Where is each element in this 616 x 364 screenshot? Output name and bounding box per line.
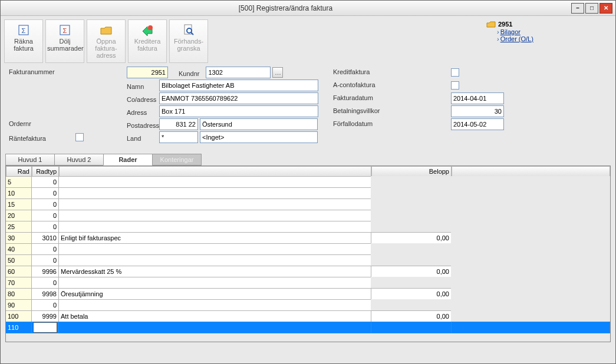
col-header-belopp[interactable]: Belopp — [371, 166, 452, 177]
betalningsvillkor-input[interactable] — [451, 105, 504, 117]
cell-belopp[interactable]: 0,00 — [371, 232, 452, 244]
close-button[interactable]: ✕ — [599, 3, 612, 14]
nav-link-bilagor[interactable]: ›Bilagor — [486, 28, 604, 35]
cell-text[interactable]: Öresutjämning — [58, 288, 371, 300]
cell-text[interactable]: Mervärdesskatt 25 % — [58, 266, 371, 277]
cell-radtyp[interactable]: 0 — [31, 299, 59, 311]
tab-huvud1[interactable]: Huvud 1 — [5, 154, 55, 166]
col-header-blank1[interactable] — [59, 166, 371, 177]
cell-text[interactable] — [58, 277, 371, 289]
cell-radtyp[interactable]: 9999 — [31, 310, 59, 322]
land-code-input[interactable] — [159, 131, 198, 143]
cell-filler — [451, 254, 610, 266]
row-head[interactable]: 70 — [5, 277, 32, 289]
fakturadatum-input[interactable] — [451, 92, 504, 104]
nav-link-order[interactable]: ›Order (O/L) — [486, 35, 604, 42]
col-header-radtyp[interactable]: Radtyp — [32, 166, 59, 177]
kreditfaktura-checkbox[interactable] — [451, 68, 459, 77]
credit-invoice-button[interactable]: Kreditera faktura — [128, 19, 167, 63]
cell-belopp[interactable] — [371, 322, 452, 333]
cell-text[interactable] — [58, 210, 371, 221]
row-head[interactable]: 40 — [5, 243, 32, 255]
label-coadress: Co/adress — [127, 94, 157, 103]
open-invoice-address-button[interactable]: Öppna faktura- adress — [87, 19, 126, 63]
cell-radtyp[interactable]: 0 — [31, 187, 59, 199]
coadress-input[interactable] — [159, 92, 318, 104]
kundnr-lookup-button[interactable]: … — [272, 67, 283, 78]
nav-folder[interactable]: 2951 — [486, 20, 604, 28]
cell-belopp[interactable]: 0,00 — [371, 288, 452, 300]
rantefaktura-checkbox[interactable] — [75, 133, 84, 141]
cell-belopp[interactable]: 0,00 — [371, 266, 452, 277]
row-head[interactable]: 30 — [5, 232, 32, 244]
folder-open-icon — [486, 20, 496, 28]
preview-label: Förhands- granska — [171, 38, 206, 52]
cell-text[interactable]: Att betala — [58, 310, 371, 322]
tab-strip: Huvud 1 Huvud 2 Rader Konteringar — [5, 154, 611, 166]
calc-invoice-button[interactable]: Σ Räkna faktura — [4, 19, 43, 63]
cell-radtyp[interactable]: 0 — [31, 254, 59, 266]
cell-radtyp[interactable]: 0 — [31, 243, 59, 255]
row-head[interactable]: 60 — [5, 266, 32, 277]
cell-radtyp[interactable]: 0 — [31, 176, 59, 188]
col-header-blank2[interactable] — [452, 166, 610, 177]
cell-radtyp[interactable]: 0 — [31, 221, 59, 233]
window-title: [500] Registrera/ändra faktura — [1, 4, 571, 12]
tab-huvud2[interactable]: Huvud 2 — [54, 154, 104, 166]
cell-filler — [451, 187, 610, 199]
cell-text[interactable] — [58, 187, 371, 199]
cell-belopp — [371, 254, 452, 266]
row-head[interactable]: 50 — [5, 254, 32, 266]
label-postadress: Postadress — [127, 120, 157, 129]
land-text-input[interactable] — [200, 131, 318, 143]
svg-text:Σ: Σ — [63, 27, 67, 34]
acontofaktura-checkbox[interactable] — [451, 81, 459, 90]
row-head[interactable]: 90 — [5, 299, 32, 311]
cell-text[interactable] — [58, 198, 371, 210]
cell-filler — [451, 243, 610, 255]
row-head[interactable]: 80 — [5, 288, 32, 300]
postort-input[interactable] — [200, 118, 318, 130]
preview-button[interactable]: Förhands- granska — [169, 19, 208, 63]
cell-radtyp[interactable]: 9998 — [31, 288, 59, 300]
row-head[interactable]: 100 — [5, 310, 32, 322]
cell-text[interactable] — [58, 322, 371, 333]
cell-filler[interactable] — [451, 322, 610, 333]
cell-belopp[interactable]: 0,00 — [371, 310, 452, 322]
kundnr-input[interactable] — [206, 67, 271, 78]
cell-text[interactable] — [58, 221, 371, 233]
adress-input[interactable] — [159, 105, 318, 117]
cell-radtyp[interactable]: 0 — [31, 210, 59, 221]
row-head[interactable]: 15 — [5, 198, 32, 210]
cell-radtyp[interactable] — [31, 322, 59, 333]
row-head[interactable]: 5 — [5, 176, 32, 188]
namn-input[interactable] — [159, 80, 318, 91]
row-head[interactable]: 25 — [5, 221, 32, 233]
minimize-button[interactable]: – — [571, 3, 584, 14]
cell-radtyp[interactable]: 0 — [31, 198, 59, 210]
radtyp-input[interactable] — [34, 323, 57, 332]
forfallodatum-input[interactable] — [451, 118, 504, 130]
cell-text[interactable] — [58, 299, 371, 311]
cell-filler — [451, 221, 610, 233]
cell-filler — [451, 277, 610, 289]
cell-radtyp[interactable]: 9996 — [31, 266, 59, 277]
cell-belopp — [371, 198, 452, 210]
row-head[interactable]: 110 — [5, 322, 32, 333]
cell-text[interactable] — [58, 176, 371, 188]
folder-open-icon — [88, 22, 124, 38]
cell-radtyp[interactable]: 3010 — [31, 232, 59, 244]
hide-sum-rows-button[interactable]: Σ Dölj summarader — [45, 19, 84, 63]
cell-radtyp[interactable]: 0 — [31, 277, 59, 289]
row-head[interactable]: 10 — [5, 187, 32, 199]
cell-text[interactable] — [58, 243, 371, 255]
row-head[interactable]: 20 — [5, 210, 32, 221]
cell-text[interactable] — [58, 254, 371, 266]
fakturanummer-input[interactable] — [127, 67, 168, 78]
rows-grid[interactable]: Rad Radtyp Belopp 50100150200250303010En… — [5, 166, 611, 342]
col-header-rad[interactable]: Rad — [6, 166, 32, 177]
tab-rader[interactable]: Rader — [103, 154, 153, 166]
postnr-input[interactable] — [159, 118, 198, 130]
maximize-button[interactable]: □ — [585, 3, 598, 14]
cell-text[interactable]: Enligt bif fakturaspec — [58, 232, 371, 244]
